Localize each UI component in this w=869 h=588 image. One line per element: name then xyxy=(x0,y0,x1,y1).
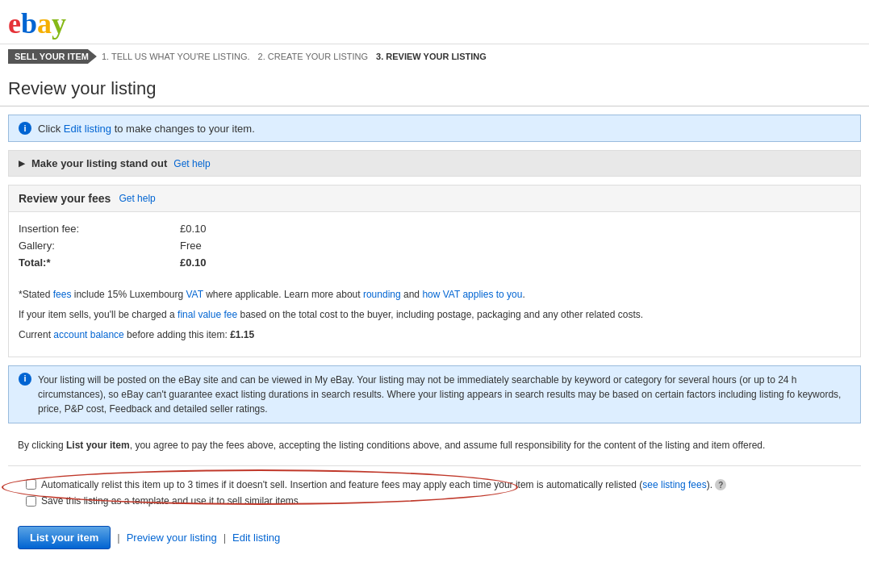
checkboxes-section: Automatically relist this item up to 3 t… xyxy=(8,473,861,519)
fees-note-balance: Current account balance before adding th… xyxy=(19,327,850,343)
relist-checkbox-row: Automatically relist this item up to 3 t… xyxy=(26,479,843,491)
see-listing-fees-link[interactable]: see listing fees xyxy=(642,479,706,490)
final-value-fee-link[interactable]: final value fee xyxy=(178,309,237,320)
fees-row-gallery: Gallery: Free xyxy=(19,237,850,254)
fees-title: Review your fees xyxy=(19,192,111,205)
template-checkbox[interactable] xyxy=(26,496,36,507)
make-stand-out-label: Make your listing stand out xyxy=(31,157,167,169)
ebay-logo: ebay xyxy=(8,6,861,40)
header: ebay xyxy=(0,0,869,44)
edit-listing-link-info[interactable]: Edit listing xyxy=(64,123,111,135)
make-stand-out-help-link[interactable]: Get help xyxy=(173,158,210,169)
logo-e: e xyxy=(8,6,21,40)
fees-section: Review your fees Get help Insertion fee:… xyxy=(8,185,861,357)
logo-b: b xyxy=(21,6,37,40)
notice-text: Your listing will be posted on the eBay … xyxy=(38,373,850,416)
list-your-item-button[interactable]: List your item xyxy=(18,526,111,549)
rounding-link[interactable]: rounding xyxy=(363,289,401,300)
logo-a: a xyxy=(37,6,52,40)
fees-help-link[interactable]: Get help xyxy=(119,193,155,204)
fees-link[interactable]: fees xyxy=(53,289,72,300)
breadcrumb-steps: 1. TELL US WHAT YOU'RE LISTING. 2. CREAT… xyxy=(102,52,487,61)
fees-table: Insertion fee: £0.10 Gallery: Free Total… xyxy=(9,212,860,279)
bottom-sep-2: | xyxy=(224,532,226,544)
notice-info-icon: i xyxy=(19,373,31,386)
notice-box: i Your listing will be posted on the eBa… xyxy=(8,365,861,423)
make-stand-out-header[interactable]: ▶ Make your listing stand out Get help xyxy=(9,151,860,176)
fees-row-total: Total:* £0.10 xyxy=(19,254,850,271)
template-label: Save this listing as a template and use … xyxy=(41,495,299,507)
edit-listing-link-bottom[interactable]: Edit listing xyxy=(232,532,280,544)
fees-value-gallery: Free xyxy=(180,240,202,252)
fees-note-final-value: If your item sells, you'll be charged a … xyxy=(19,307,850,323)
triangle-icon: ▶ xyxy=(19,159,25,168)
agreement-text: By clicking List your item, you agree to… xyxy=(8,432,861,459)
vat-applies-link[interactable]: how VAT applies to you xyxy=(422,289,522,300)
bottom-bar: List your item | Preview your listing | … xyxy=(8,518,861,557)
fees-value-total: £0.10 xyxy=(180,256,207,269)
list-your-item-bold: List your item xyxy=(66,440,130,451)
template-checkbox-row: Save this listing as a template and use … xyxy=(26,495,843,507)
relist-checkbox[interactable] xyxy=(26,479,36,490)
breadcrumb: SELL YOUR ITEM 1. TELL US WHAT YOU'RE LI… xyxy=(0,44,869,69)
relist-label: Automatically relist this item up to 3 t… xyxy=(41,479,726,491)
bottom-sep-1: | xyxy=(117,532,119,544)
logo-y: y xyxy=(52,6,66,40)
fees-label-total: Total:* xyxy=(19,256,180,269)
info-bar: i Click Edit listing to make changes to … xyxy=(8,115,861,142)
breadcrumb-step3: 3. REVIEW YOUR LISTING xyxy=(376,52,487,61)
breadcrumb-step2: 2. CREATE YOUR LISTING xyxy=(258,52,369,61)
fees-notes: *Stated fees include 15% Luxembourg VAT … xyxy=(9,279,860,357)
vat-link[interactable]: VAT xyxy=(186,289,203,300)
preview-listing-link[interactable]: Preview your listing xyxy=(127,532,217,544)
fees-header: Review your fees Get help xyxy=(9,186,860,212)
fees-row-insertion: Insertion fee: £0.10 xyxy=(19,220,850,237)
breadcrumb-sell-label: SELL YOUR ITEM xyxy=(8,49,97,64)
fees-note-vat: *Stated fees include 15% Luxembourg VAT … xyxy=(19,287,850,302)
info-icon: i xyxy=(19,122,31,135)
divider xyxy=(8,465,861,466)
fees-value-insertion: £0.10 xyxy=(180,223,207,235)
checkboxes-inner: Automatically relist this item up to 3 t… xyxy=(16,473,853,519)
fees-label-insertion: Insertion fee: xyxy=(19,223,180,235)
page-title: Review your listing xyxy=(0,69,869,106)
account-balance-link[interactable]: account balance xyxy=(53,329,123,340)
breadcrumb-step1: 1. TELL US WHAT YOU'RE LISTING. xyxy=(102,52,250,61)
fees-label-gallery: Gallery: xyxy=(19,240,180,252)
make-stand-out-section: ▶ Make your listing stand out Get help xyxy=(8,150,861,177)
question-mark-icon[interactable]: ? xyxy=(715,479,726,490)
info-text: Click Edit listing to make changes to yo… xyxy=(38,123,255,135)
